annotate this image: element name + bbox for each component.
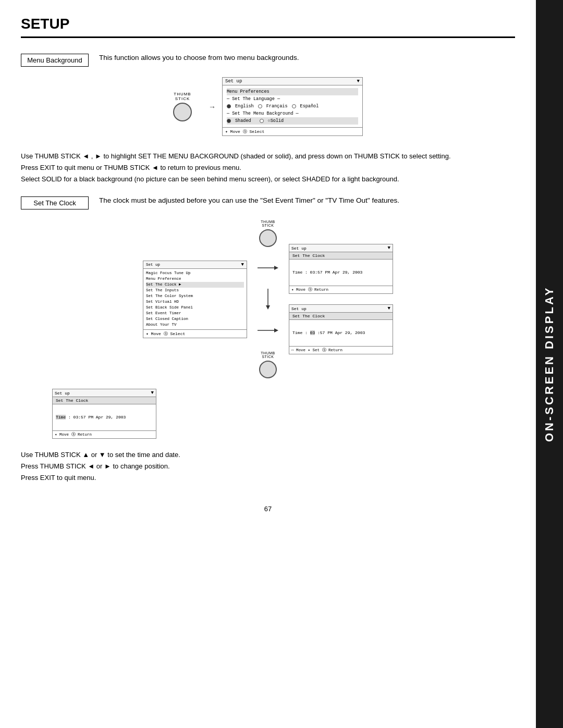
clock-screen-top-right: Set up ▼ Set The Clock Time : 03:57 PM A… [289,244,393,294]
screen-header-text-1: Set up [225,79,242,84]
menu-item-event: Set Event Timer [146,311,244,316]
sidebar-text: ON-SCREEN DISPLAY [543,286,556,442]
clock-down-arrow-area [263,289,273,310]
clock-tr-time: Time : 03:57 PM Apr 29, 2003 [292,264,389,281]
clock-bl-subheader: Set The Clock [53,397,156,404]
svg-marker-5 [274,328,278,332]
menu-bg-line-1: Use THUMB STICK ◄ , ► to highlight SET T… [21,151,515,162]
page-title: SETUP [21,16,515,38]
clock-tr-header-text: Set up [291,246,307,251]
clock-br-highlight: 03 [310,330,315,335]
page-number: 67 [21,505,515,513]
clock-thumb-bottom-circle [259,361,277,378]
radio-francais-dot [258,104,262,108]
clock-br-subheader: Set The Clock [289,313,393,320]
clock-br-prefix: Time : [292,330,310,335]
menu-item-caption: Set Closed Caption [146,316,244,322]
menu-item-inputs: Set The Inputs [146,288,244,293]
clock-line-1: Use THUMB STICK ▲ or ▼ to set the time a… [21,449,515,461]
set-clock-section: Set The Clock The clock must be adjusted… [21,195,515,209]
clock-bottom-left-row: Set up ▼ Set The Clock Time : 03:57 PM A… [42,389,515,439]
clock-center-controls: THUMBSTICK [258,220,278,378]
menu-item-black: Set Black Side Panel [146,305,244,311]
menu-bg-line-3: Select SOLID for a black background (no … [21,174,515,185]
clock-line-2: Press THUMB STICK ◄ or ► to change posit… [21,461,515,472]
clock-screen-bottom-left: Set up ▼ Set The Clock Time : 03:57 PM A… [52,389,156,439]
menu-background-label: Menu Background [21,54,89,67]
menu-bg-line-2: Press EXIT to quit menu or THUMB STICK ◄… [21,162,515,174]
menu-item-set-clock: Set The Clock ► [146,282,244,288]
radio-english-dot [227,104,231,108]
set-clock-description: The clock must be adjusted before you ca… [99,195,399,206]
clock-bl-body: Time : 03:57 PM Apr 29, 2003 [53,404,156,430]
clock-br-body: Time : 03 :57 PM Apr 29, 2003 [289,320,393,346]
clock-arrow-bottom [258,325,278,336]
clock-left-header-text: Set up [146,263,160,267]
clock-left-footer: ✦ Move ⓢ Select [143,329,247,338]
screen-header-1: Set up ▼ [223,78,362,85]
radio-shaded-dot [227,119,231,123]
menu-item-menu-pref: Menu Preference [146,276,244,282]
clock-arrow-top [258,263,278,273]
svg-marker-3 [266,305,270,310]
clock-bl-time: Time : 03:57 PM Apr 29, 2003 [56,409,153,426]
clock-tr-footer: ✦ Move ⓢ Return [289,286,393,293]
clock-body-text: Use THUMB STICK ▲ or ▼ to set the time a… [21,449,515,484]
clock-thumb-bottom: THUMBSTICK [259,351,277,378]
thumb-stick-1: THUMBSTICK [173,92,192,121]
menu-item-about: About Your TV [146,322,244,328]
clock-full-layout: Set up ▼ Magic Focus Tune Up Menu Prefer… [21,220,515,378]
screen-body-1: Menu Preferences — Set The Language — En… [223,85,362,127]
clock-bl-highlight: Time [56,415,66,419]
screen-footer-1: ✦ Move ⓢ Select [223,127,362,135]
screen-lang-label: — Set The Language — [227,95,358,103]
clock-bl-header: Set up ▼ [53,389,156,397]
clock-br-header-text: Set up [291,306,307,311]
radio-shaded-label: Shaded [235,118,251,124]
menu-item-color: Set The Color System [146,293,244,299]
clock-br-footer: ↔ Move ✦ Set ⓢ Return [289,346,393,354]
thumb-stick-label-1: THUMBSTICK [174,92,191,101]
clock-bl-dropdown: ▼ [151,390,154,396]
clock-tr-header: Set up ▼ [289,244,393,252]
arrow-right-1: → [209,103,216,111]
clock-thumb-top-circle [259,229,277,247]
menu-background-description: This function allows you to choose from … [99,53,299,63]
clock-tr-subheader: Set The Clock [289,252,393,260]
radio-english-label: English [235,104,254,109]
radio-solid-dot [260,119,264,123]
radio-espanol-label: Español [300,104,319,109]
clock-tr-body: Time : 03:57 PM Apr 29, 2003 [289,260,393,286]
menu-item-magic: Magic Focus Tune Up [146,270,244,276]
screen-bg-radios: Shaded ○Solid [227,117,358,125]
clock-left-menu-screen: Set up ▼ Magic Focus Tune Up Menu Prefer… [143,261,247,338]
clock-br-suffix: :57 PM Apr 29, 2003 [315,330,365,335]
clock-bl-header-text: Set up [55,391,70,396]
clock-screen-bottom-right: Set up ▼ Set The Clock Time : 03 :57 PM … [289,304,393,354]
clock-down-arrow [263,289,273,310]
clock-thumb-top-label: THUMBSTICK [261,220,275,227]
clock-line-3: Press EXIT to quit menu. [21,472,515,484]
menu-background-body: Use THUMB STICK ◄ , ► to highlight SET T… [21,151,515,185]
screen-lang-radios: English Français Español [227,103,358,110]
clock-br-time: Time : 03 :57 PM Apr 29, 2003 [292,324,389,341]
screen-dropdown-arrow-1: ▼ [357,79,360,84]
clock-left-menu-container: Set up ▼ Magic Focus Tune Up Menu Prefer… [143,261,247,338]
sidebar-right: ON-SCREEN DISPLAY [536,0,563,728]
clock-tr-dropdown: ▼ [388,245,390,251]
radio-francais-label: Français [266,104,288,109]
clock-left-header: Set up ▼ [143,261,247,269]
clock-right-col: Set up ▼ Set The Clock Time : 03:57 PM A… [289,244,393,354]
clock-left-body: Magic Focus Tune Up Menu Preference Set … [143,269,247,329]
clock-br-dropdown: ▼ [388,306,390,311]
thumb-stick-circle-1 [173,103,192,121]
menu-background-screen: Set up ▼ Menu Preferences — Set The Lang… [222,77,363,136]
radio-espanol-dot [292,104,296,108]
menu-item-virtual: Set Virtual HD [146,299,244,305]
radio-solid-label: ○Solid [268,118,284,124]
clock-thumb-top: THUMBSTICK [259,220,277,247]
set-clock-label: Set The Clock [21,196,89,209]
clock-left-dropdown: ▼ [241,262,244,267]
clock-thumb-bottom-label: THUMBSTICK [261,351,275,359]
menu-background-section: Menu Background This function allows you… [21,53,515,67]
